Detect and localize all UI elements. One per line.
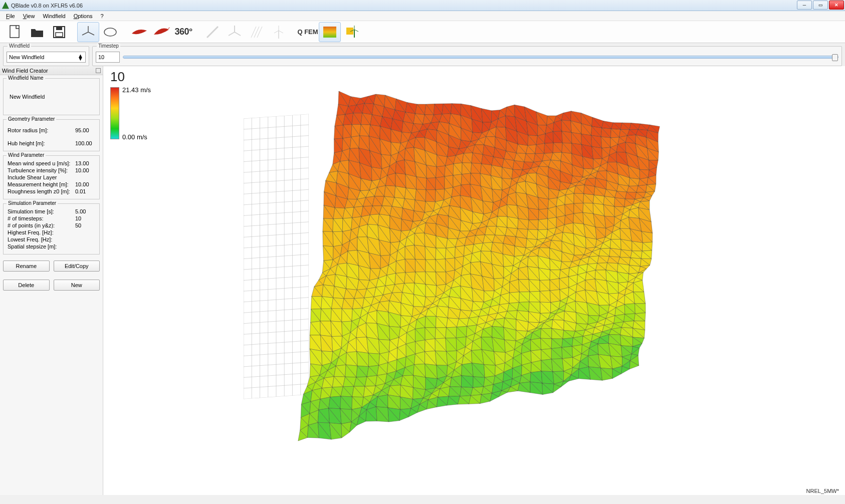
panel-header: Wind Field Creator xyxy=(0,66,103,75)
turbine-tool[interactable] xyxy=(268,22,290,42)
turbine-windfield-button[interactable] xyxy=(341,22,363,42)
minimize-button[interactable]: ─ xyxy=(797,1,812,10)
param-row: Turbulence intensity [%]:10.00 xyxy=(8,167,95,174)
viewport-3d[interactable]: 10 21.43 m/s 0.00 m/s xyxy=(103,66,845,495)
svg-line-11 xyxy=(229,32,235,36)
airfoil-red-1-button[interactable] xyxy=(128,22,150,42)
qfem-button[interactable]: Q FEM xyxy=(297,22,319,42)
svg-line-10 xyxy=(235,32,241,36)
blade-series-tool[interactable] xyxy=(246,22,268,42)
windfield-select-value: New Windfield xyxy=(9,54,44,60)
geometry-legend: Geometry Parameter xyxy=(7,116,56,122)
polar-360-button[interactable]: 360° xyxy=(172,22,194,42)
new-file-button[interactable] xyxy=(4,22,26,42)
colorbar xyxy=(110,87,119,139)
toolbar: 360° Q FEM xyxy=(0,21,845,43)
svg-line-17 xyxy=(279,31,283,33)
menu-windfield[interactable]: Windfield xyxy=(39,12,69,20)
timestep-slider[interactable] xyxy=(123,56,838,59)
blade-tool-1[interactable] xyxy=(201,22,224,42)
param-row: Mean wind speed u [m/s]:13.00 xyxy=(8,160,95,167)
svg-rect-0 xyxy=(10,26,19,38)
param-row: Rotor radius [m]:95.00 xyxy=(8,127,95,134)
windfield-name-fieldset: Windfield Name New Windfield xyxy=(3,78,100,115)
param-row: Hub height [m]:100.00 xyxy=(8,140,95,147)
svg-line-5 xyxy=(88,32,94,35)
wind-legend: Wind Parameter xyxy=(7,152,46,158)
menu-options[interactable]: Options xyxy=(70,12,97,20)
timestep-group: Timestep xyxy=(92,46,842,66)
sim-legend: Simulation Parameter xyxy=(7,200,58,206)
rename-button[interactable]: Rename xyxy=(3,261,50,272)
new-button[interactable]: New xyxy=(54,280,100,291)
axes-view-button[interactable] xyxy=(77,22,99,42)
app-icon xyxy=(2,2,9,9)
wind-fieldset: Wind Parameter Mean wind speed u [m/s]:1… xyxy=(3,155,100,199)
param-row: Lowest Freq. [Hz]: xyxy=(8,236,95,243)
svg-line-6 xyxy=(82,32,88,35)
maximize-button[interactable]: ▭ xyxy=(813,1,828,10)
turbulent-surface xyxy=(279,86,670,447)
geometry-fieldset: Geometry Parameter Rotor radius [m]:95.0… xyxy=(3,119,100,151)
close-button[interactable]: ✕ xyxy=(829,1,844,10)
svg-line-12 xyxy=(251,27,256,38)
menu-view[interactable]: View xyxy=(19,12,39,20)
windfield-selector-group: Windfield New Windfield ▲▼ xyxy=(3,46,89,66)
colorbar-max: 21.43 m/s xyxy=(122,86,151,94)
select-arrows-icon: ▲▼ xyxy=(78,54,83,60)
sim-fieldset: Simulation Parameter Simulation time [s]… xyxy=(3,203,100,255)
windfield-name-value: New Windfield xyxy=(8,83,95,111)
param-row: Measurement height [m]:10.00 xyxy=(8,181,95,188)
timestep-label: Timestep xyxy=(97,43,120,49)
timestep-slider-thumb[interactable] xyxy=(832,54,838,61)
save-file-button[interactable] xyxy=(48,22,70,42)
param-row: # of timesteps:10 xyxy=(8,215,95,222)
colorbar-min: 0.00 m/s xyxy=(122,133,147,141)
timestep-input[interactable] xyxy=(96,52,120,63)
windfield-select[interactable]: New Windfield ▲▼ xyxy=(7,52,86,63)
timestep-overlay: 10 xyxy=(110,69,125,85)
delete-button[interactable]: Delete xyxy=(3,280,50,291)
svg-rect-3 xyxy=(56,33,63,37)
status-model-name: NREL_5MW* xyxy=(806,488,839,494)
window-titlebar: QBlade v0.8 on XFLR5 v6.06 ─ ▭ ✕ xyxy=(0,0,845,11)
windfield-scene xyxy=(244,86,675,447)
airfoil-red-2-button[interactable] xyxy=(150,22,172,42)
param-row: Roughness length z0 [m]:0.01 xyxy=(8,188,95,195)
param-row: Include Shear Layer xyxy=(8,174,95,181)
windfield-view-button[interactable] xyxy=(319,22,341,42)
svg-line-8 xyxy=(168,28,170,29)
window-title: QBlade v0.8 on XFLR5 v6.06 xyxy=(11,3,797,9)
param-row: # of points (in y&z):50 xyxy=(8,222,95,229)
svg-line-14 xyxy=(257,27,262,38)
svg-point-7 xyxy=(104,28,116,36)
param-row: Spatial stepsize [m]: xyxy=(8,243,95,250)
svg-line-13 xyxy=(254,27,259,38)
windfield-name-legend: Windfield Name xyxy=(7,75,45,81)
menu-file[interactable]: File xyxy=(2,12,19,20)
param-row: Simulation time [s]:5.00 xyxy=(8,208,95,215)
param-row: Highest Freq. [Hz]: xyxy=(8,229,95,236)
rotor-tool[interactable] xyxy=(224,22,246,42)
windfield-selector-label: Windfield xyxy=(8,43,31,49)
svg-line-23 xyxy=(354,30,358,32)
panel-dock-icon[interactable] xyxy=(96,68,101,73)
svg-rect-19 xyxy=(323,27,336,38)
sidebar: Wind Field Creator Windfield Name New Wi… xyxy=(0,66,103,495)
airfoil-outline-button[interactable] xyxy=(99,22,121,42)
open-file-button[interactable] xyxy=(26,22,48,42)
svg-line-18 xyxy=(274,31,279,33)
editcopy-button[interactable]: Edit/Copy xyxy=(54,261,100,272)
menubar: File View Windfield Options ? xyxy=(0,11,845,21)
menu-help[interactable]: ? xyxy=(97,12,108,20)
svg-rect-20 xyxy=(346,28,353,35)
panel-title: Wind Field Creator xyxy=(2,68,48,74)
svg-rect-2 xyxy=(56,27,62,30)
